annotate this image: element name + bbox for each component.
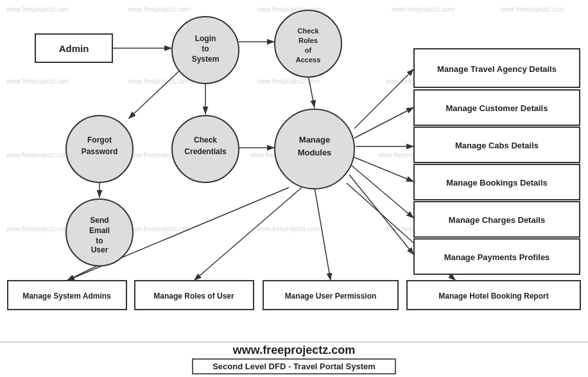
- watermark: www.freeprojectz.com: [6, 152, 69, 159]
- arrow-manage-customer: [354, 107, 414, 138]
- checkroles-label-1: Check: [297, 27, 319, 35]
- watermark: www.freeprojectz.com: [6, 6, 69, 13]
- website-url: www.freeprojectz.com: [0, 344, 588, 357]
- arrow-manage-charges: [352, 166, 414, 218]
- watermark: www.freeprojectz.com: [128, 6, 191, 13]
- bottom-bar: www.freeprojectz.com Second Level DFD - …: [0, 342, 588, 377]
- arrow-manage-userperm: [315, 188, 331, 281]
- watermark: www.freeprojectz.com: [128, 225, 191, 232]
- login-label-2: to: [202, 44, 209, 53]
- label-charges: Manage Charges Details: [449, 215, 545, 225]
- checkroles-label-2: Roles: [298, 37, 318, 44]
- watermark: www.freeprojectz.com: [256, 225, 320, 232]
- arrow-manage-bookings: [354, 157, 414, 182]
- arrow-login-forgotpwd: [128, 67, 183, 119]
- checkcred-label-2: Credentials: [184, 147, 227, 156]
- watermark: www.freeprojectz.com: [6, 225, 69, 232]
- watermark: www.freeprojectz.com: [391, 6, 454, 13]
- arrow-sendemail-sysadmin: [67, 265, 99, 281]
- label-bookings: Manage Bookings Details: [446, 178, 547, 188]
- label-userperm: Manage User Permission: [285, 292, 377, 301]
- label-sysadmins: Manage System Admins: [22, 292, 111, 301]
- sendemail-label-1: Send: [90, 216, 108, 225]
- checkroles-label-3: of: [305, 46, 312, 54]
- label-cabs: Manage Cabs Details: [455, 141, 539, 150]
- label-hotel: Manage Hotel Booking Report: [438, 292, 548, 301]
- login-label-1: Login: [195, 34, 216, 43]
- checkroles-label-4: Access: [296, 56, 321, 64]
- managemodules-label-2: Modules: [298, 148, 332, 157]
- diagram-container: www.freeprojectz.com www.freeprojectz.co…: [0, 0, 588, 377]
- sendemail-label-4: User: [91, 245, 108, 254]
- forgotpwd-label-1: Forgot: [87, 136, 112, 145]
- arrow-manage-travel: [354, 69, 414, 128]
- login-label-3: System: [192, 55, 220, 64]
- watermark: www.freeprojectz.com: [500, 6, 564, 13]
- watermark: www.freeprojectz.com: [128, 78, 191, 85]
- managemodules-label-1: Manage: [299, 135, 330, 145]
- label-payments: Manage Payments Profiles: [444, 252, 550, 262]
- label-roles: Manage Roles of User: [153, 292, 234, 301]
- checkcred-label-1: Check: [194, 136, 217, 145]
- admin-label: Admin: [59, 43, 89, 54]
- sendemail-label-3: to: [96, 236, 103, 245]
- diagram-subtitle: Second Level DFD - Travel Portal System: [192, 358, 396, 374]
- arrow-manage-roles: [194, 188, 302, 281]
- label-travel-agency: Manage Travel Agency Details: [437, 64, 557, 74]
- diagram-svg: www.freeprojectz.com www.freeprojectz.co…: [0, 0, 588, 377]
- label-customer: Manage Customer Details: [446, 103, 548, 113]
- sendemail-label-2: Email: [89, 226, 110, 235]
- watermark: www.freeprojectz.com: [6, 78, 69, 85]
- forgotpwd-label-2: Password: [82, 147, 118, 156]
